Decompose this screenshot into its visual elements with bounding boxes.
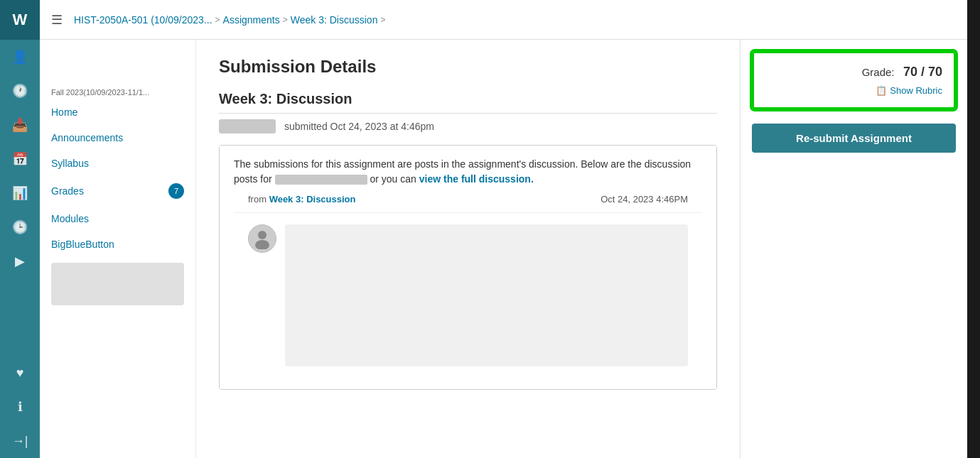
breadcrumb-assignments[interactable]: Assignments <box>223 14 280 26</box>
canvas-logo[interactable]: W <box>0 0 40 40</box>
sidebar-home-label: Home <box>51 107 77 118</box>
show-rubric-link[interactable]: 📋 Show Rubric <box>765 85 942 96</box>
sidebar-item-bigbluebutton[interactable]: BigBlueButton <box>40 231 195 257</box>
calendar-nav-icon[interactable]: 📅 <box>0 142 40 176</box>
global-sidebar: W 👤 🕐 📥 📅 📊 🕒 ▶ ♥ ℹ →| <box>0 0 40 458</box>
grade-value: 70 / 70 <box>903 65 942 79</box>
breadcrumb-sep1: > <box>215 15 220 25</box>
breadcrumb: HIST-2050A-501 (10/09/2023... > Assignme… <box>74 14 385 26</box>
discussion-box-inner[interactable]: The submissions for this assignment are … <box>220 146 716 389</box>
page-title: Submission Details <box>219 57 717 77</box>
grade-label: Grade: <box>862 66 895 78</box>
sidebar-announcements-label: Announcements <box>51 132 123 143</box>
show-rubric-label: Show Rubric <box>890 85 942 96</box>
history-nav-icon[interactable]: 🕒 <box>0 210 40 244</box>
right-border <box>967 0 980 458</box>
gradebook-nav-icon[interactable]: 📊 <box>0 176 40 210</box>
assignment-title: Week 3: Discussion <box>219 91 717 114</box>
discussion-name-blurred <box>275 175 367 185</box>
sidebar-item-grades[interactable]: Grades 7 <box>40 176 195 206</box>
breadcrumb-current[interactable]: Week 3: Discussion <box>291 14 378 26</box>
grade-row: Grade: 70 / 70 <box>765 65 942 80</box>
rubric-icon: 📋 <box>876 85 887 96</box>
breadcrumb-sep2: > <box>283 15 288 25</box>
collapse-sidebar-button[interactable]: →| <box>0 424 40 458</box>
content-wrapper: Fall 2023(10/09/2023-11/1... Home Announ… <box>40 40 967 458</box>
breadcrumb-sep3: > <box>380 15 385 25</box>
resubmit-assignment-button[interactable]: Re-submit Assignment <box>752 124 956 153</box>
sidebar-item-home[interactable]: Home <box>40 99 195 125</box>
sidebar-blurred-block <box>51 263 184 305</box>
sidebar-syllabus-label: Syllabus <box>51 158 89 169</box>
main-area: ☰ HIST-2050A-501 (10/09/2023... > Assign… <box>40 0 967 458</box>
grade-card: Grade: 70 / 70 📋 Show Rubric <box>752 51 956 109</box>
breadcrumb-course[interactable]: HIST-2050A-501 (10/09/2023... <box>74 14 212 26</box>
discussion-box: The submissions for this assignment are … <box>219 145 717 390</box>
hamburger-menu-icon[interactable]: ☰ <box>51 12 63 28</box>
grades-badge: 7 <box>168 183 184 199</box>
discussion-from-row: from Week 3: Discussion Oct 24, 2023 4:4… <box>234 187 702 213</box>
top-header: ☰ HIST-2050A-501 (10/09/2023... > Assign… <box>40 0 967 40</box>
sidebar-grades-label: Grades <box>51 185 84 197</box>
submission-timestamp: submitted Oct 24, 2023 at 4:46pm <box>284 121 434 132</box>
logo-letter: W <box>13 11 28 29</box>
heart-nav-icon[interactable]: ♥ <box>0 356 40 390</box>
discussion-post <box>234 213 702 378</box>
view-full-discussion-link[interactable]: view the full discussion. <box>419 173 534 185</box>
course-sidebar: Fall 2023(10/09/2023-11/1... Home Announ… <box>40 40 196 458</box>
course-label: Fall 2023(10/09/2023-11/1... <box>40 82 195 99</box>
submitter-name-blurred <box>219 119 276 133</box>
submission-meta: submitted Oct 24, 2023 at 4:46pm <box>219 119 717 133</box>
sidebar-item-syllabus[interactable]: Syllabus <box>40 151 195 176</box>
discussion-body-text: The submissions for this assignment are … <box>234 157 702 187</box>
media-nav-icon[interactable]: ▶ <box>0 244 40 278</box>
sidebar-item-modules[interactable]: Modules <box>40 206 195 231</box>
sidebar-item-announcements[interactable]: Announcements <box>40 125 195 151</box>
page-content: Submission Details Week 3: Discussion su… <box>196 40 740 458</box>
right-panel: Grade: 70 / 70 📋 Show Rubric Re-submit A… <box>740 40 967 458</box>
svg-point-1 <box>255 240 269 249</box>
inbox-nav-icon[interactable]: 📥 <box>0 108 40 142</box>
discussion-date: Oct 24, 2023 4:46PM <box>601 192 688 207</box>
clock-nav-icon[interactable]: 🕐 <box>0 74 40 108</box>
from-label: from Week 3: Discussion <box>248 192 356 207</box>
info-nav-icon[interactable]: ℹ <box>0 390 40 424</box>
sidebar-bigbluebutton-label: BigBlueButton <box>51 239 114 250</box>
account-nav-icon[interactable]: 👤 <box>0 40 40 74</box>
discussion-topic-link[interactable]: Week 3: Discussion <box>269 194 356 205</box>
post-avatar <box>248 224 276 253</box>
svg-point-0 <box>258 231 266 239</box>
sidebar-modules-label: Modules <box>51 213 89 224</box>
post-body-blurred <box>285 224 688 366</box>
